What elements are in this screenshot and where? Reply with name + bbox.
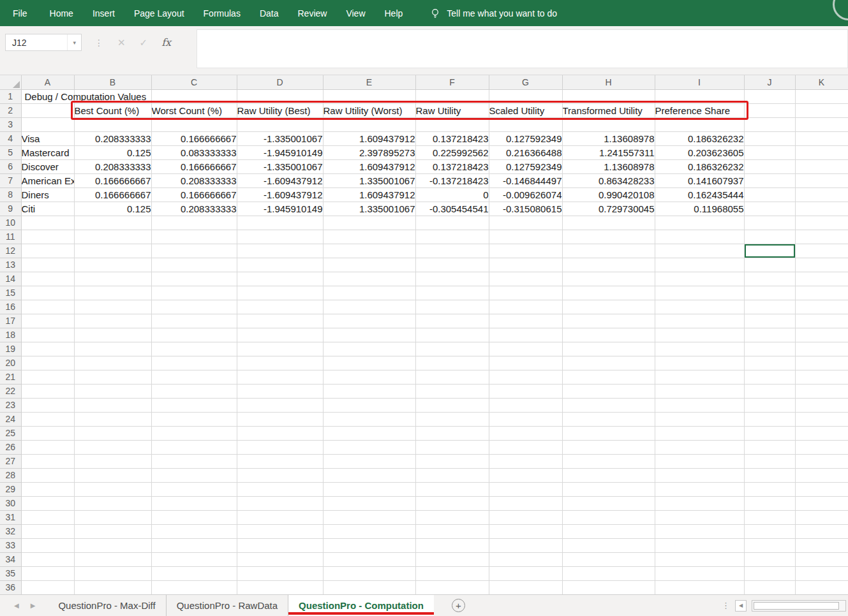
- insert-function-icon[interactable]: fx: [161, 36, 171, 48]
- cell-I36[interactable]: [655, 580, 744, 594]
- cell-C6[interactable]: 0.166666667: [151, 159, 237, 173]
- cell-G13[interactable]: [489, 258, 562, 272]
- cell-B2[interactable]: Best Count (%): [74, 103, 151, 117]
- row-header-29[interactable]: 29: [0, 482, 21, 496]
- cell-I16[interactable]: [655, 300, 744, 314]
- cell-I25[interactable]: [655, 426, 744, 440]
- cell-I19[interactable]: [655, 342, 744, 356]
- cell-A25[interactable]: [21, 426, 74, 440]
- cell-C34[interactable]: [151, 552, 237, 566]
- cell-I4[interactable]: 0.186326232: [655, 131, 744, 145]
- cell-F12[interactable]: [415, 244, 489, 258]
- cell-J13[interactable]: [744, 258, 795, 272]
- sheet-tab-3[interactable]: QuestionPro - Computation: [288, 595, 434, 616]
- cell-I27[interactable]: [655, 454, 744, 468]
- cell-B21[interactable]: [74, 370, 151, 384]
- cell-B3[interactable]: [74, 117, 151, 131]
- ribbon-tab-file[interactable]: File: [0, 0, 40, 26]
- cell-D33[interactable]: [237, 538, 323, 552]
- cell-C25[interactable]: [151, 426, 237, 440]
- cell-J24[interactable]: [744, 412, 795, 426]
- cell-A13[interactable]: [21, 258, 74, 272]
- cell-C9[interactable]: 0.208333333: [151, 202, 237, 216]
- cell-F1[interactable]: [415, 89, 489, 103]
- cell-D4[interactable]: -1.335001067: [237, 131, 323, 145]
- cell-J2[interactable]: [744, 103, 795, 117]
- cell-D36[interactable]: [237, 580, 323, 594]
- cell-B15[interactable]: [74, 286, 151, 300]
- cell-J10[interactable]: [744, 216, 795, 230]
- cell-B26[interactable]: [74, 440, 151, 454]
- cell-J22[interactable]: [744, 384, 795, 398]
- cell-C22[interactable]: [151, 384, 237, 398]
- cell-G10[interactable]: [489, 216, 562, 230]
- cell-K2[interactable]: [795, 103, 848, 117]
- cell-K7[interactable]: [795, 173, 848, 187]
- cell-J33[interactable]: [744, 538, 795, 552]
- cell-A1[interactable]: Debug / Computation Values: [21, 89, 74, 103]
- cell-H23[interactable]: [562, 398, 655, 412]
- cell-D23[interactable]: [237, 398, 323, 412]
- cell-B8[interactable]: 0.166666667: [74, 187, 151, 202]
- cell-K32[interactable]: [795, 524, 848, 538]
- cell-J19[interactable]: [744, 342, 795, 356]
- cell-H21[interactable]: [562, 370, 655, 384]
- row-header-19[interactable]: 19: [0, 342, 21, 356]
- cell-F5[interactable]: 0.225992562: [415, 145, 489, 159]
- cell-E34[interactable]: [323, 552, 415, 566]
- cell-B27[interactable]: [74, 454, 151, 468]
- cell-G16[interactable]: [489, 300, 562, 314]
- cell-D14[interactable]: [237, 272, 323, 286]
- cell-H34[interactable]: [562, 552, 655, 566]
- cell-A36[interactable]: [21, 580, 74, 594]
- cell-H32[interactable]: [562, 524, 655, 538]
- cell-C4[interactable]: 0.166666667: [151, 131, 237, 145]
- cell-B22[interactable]: [74, 384, 151, 398]
- cell-K35[interactable]: [795, 566, 848, 580]
- cell-K36[interactable]: [795, 580, 848, 594]
- cell-G3[interactable]: [489, 117, 562, 131]
- cell-H15[interactable]: [562, 286, 655, 300]
- cell-B9[interactable]: 0.125: [74, 202, 151, 216]
- cell-J27[interactable]: [744, 454, 795, 468]
- cell-A16[interactable]: [21, 300, 74, 314]
- cell-D3[interactable]: [237, 117, 323, 131]
- cell-I31[interactable]: [655, 510, 744, 524]
- cell-H17[interactable]: [562, 314, 655, 328]
- cell-F3[interactable]: [415, 117, 489, 131]
- cell-J28[interactable]: [744, 468, 795, 482]
- cell-C10[interactable]: [151, 216, 237, 230]
- cell-H12[interactable]: [562, 244, 655, 258]
- row-header-35[interactable]: 35: [0, 566, 21, 580]
- cell-C28[interactable]: [151, 468, 237, 482]
- cell-D34[interactable]: [237, 552, 323, 566]
- cell-G28[interactable]: [489, 468, 562, 482]
- cell-C8[interactable]: 0.166666667: [151, 187, 237, 202]
- row-header-13[interactable]: 13: [0, 258, 21, 272]
- cell-F27[interactable]: [415, 454, 489, 468]
- select-all-corner[interactable]: [0, 75, 21, 89]
- cell-B29[interactable]: [74, 482, 151, 496]
- cell-I18[interactable]: [655, 328, 744, 342]
- cell-C19[interactable]: [151, 342, 237, 356]
- column-header-G[interactable]: G: [489, 75, 562, 89]
- ribbon-tab-review[interactable]: Review: [288, 0, 337, 26]
- cell-D5[interactable]: -1.945910149: [237, 145, 323, 159]
- cell-A15[interactable]: [21, 286, 74, 300]
- cell-A27[interactable]: [21, 454, 74, 468]
- cell-K3[interactable]: [795, 117, 848, 131]
- cell-E25[interactable]: [323, 426, 415, 440]
- cell-I9[interactable]: 0.11968055: [655, 202, 744, 216]
- cell-D18[interactable]: [237, 328, 323, 342]
- cell-D35[interactable]: [237, 566, 323, 580]
- cell-K31[interactable]: [795, 510, 848, 524]
- row-header-31[interactable]: 31: [0, 510, 21, 524]
- cell-C13[interactable]: [151, 258, 237, 272]
- cell-B28[interactable]: [74, 468, 151, 482]
- cell-F26[interactable]: [415, 440, 489, 454]
- cell-D19[interactable]: [237, 342, 323, 356]
- cell-I15[interactable]: [655, 286, 744, 300]
- cell-A10[interactable]: [21, 216, 74, 230]
- cell-K18[interactable]: [795, 328, 848, 342]
- cell-E14[interactable]: [323, 272, 415, 286]
